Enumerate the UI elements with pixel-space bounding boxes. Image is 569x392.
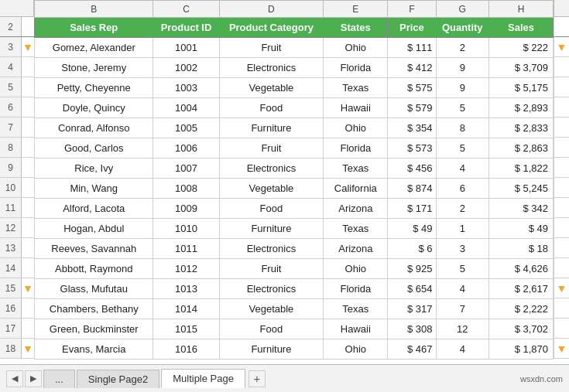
right-col: ▼▼▼ (554, 0, 569, 364)
cell-sales-rep: Petty, Cheyenne (35, 78, 153, 98)
cell-product-id: 1015 (153, 319, 219, 339)
cell-category: Furniture (219, 118, 324, 138)
row-num-14: 14 (0, 258, 22, 278)
table-row: Reeves, Savannah1011ElectronicsArizona$ … (35, 239, 554, 259)
row-num-7: 7 (0, 118, 22, 137)
header-row-left: 2 (0, 17, 34, 37)
cell-quantity: 9 (436, 58, 488, 78)
cell-price: $ 111 (388, 38, 436, 58)
right-row-9 (554, 158, 569, 178)
cell-sales-rep: Conrad, Alfonso (35, 118, 153, 138)
cell-sales: $ 1,870 (488, 339, 553, 360)
table-row: Hogan, Abdul1010FurnitureTexas$ 491$ 49 (35, 219, 554, 239)
row-num-9: 9 (0, 158, 22, 177)
cell-sales-rep: Good, Carlos (35, 138, 153, 159)
cell-product-id: 1009 (153, 199, 219, 219)
add-sheet-button[interactable]: + (249, 370, 266, 387)
cell-category: Furniture (219, 219, 324, 239)
cell-price: $ 579 (388, 98, 436, 118)
row-num-5: 5 (0, 77, 22, 97)
right-rows: ▼▼▼ (554, 37, 569, 359)
col-header-a (0, 0, 34, 17)
next-sheet-btn[interactable]: ▶ (25, 370, 42, 387)
right-row-18: ▼ (554, 339, 569, 359)
cell-state: Hawaii (324, 98, 388, 118)
prev-sheet-btn[interactable]: ◀ (6, 370, 23, 387)
right-col-header (554, 0, 569, 17)
table-row: Chambers, Bethany1014VegetableTexas$ 317… (35, 299, 554, 319)
cell-state: Florida (324, 138, 388, 159)
cell-price: $ 874 (388, 179, 436, 199)
col-g-header: G (436, 1, 488, 18)
cell-sales-rep: Glass, Mufutau (35, 279, 153, 299)
header-sales: Sales (488, 18, 553, 38)
left-arrow-16 (22, 298, 34, 318)
cell-product-id: 1013 (153, 279, 219, 299)
cell-sales: $ 2,617 (488, 279, 553, 299)
watermark: wsxdn.com (520, 374, 563, 383)
left-arrow-3: ▼ (22, 37, 34, 56)
row-num-12: 12 (0, 218, 22, 237)
cell-category: Food (219, 98, 324, 118)
left-arrow-18: ▼ (22, 339, 34, 358)
left-row-16: 16 (0, 298, 34, 319)
right-row-12 (554, 218, 569, 238)
table-row: Good, Carlos1006FruitFlorida$ 5735$ 2,86… (35, 138, 554, 159)
cell-product-id: 1014 (153, 299, 219, 319)
row-num-8: 8 (0, 138, 22, 157)
cell-state: Ohio (324, 339, 388, 360)
cell-product-id: 1004 (153, 98, 219, 118)
cell-product-id: 1012 (153, 259, 219, 279)
table-row: Alford, Lacota1009FoodArizona$ 1712$ 342 (35, 199, 554, 219)
cell-product-id: 1007 (153, 159, 219, 179)
cell-price: $ 171 (388, 199, 436, 219)
sheet-tab-multiple[interactable]: Multiple Page (161, 369, 245, 388)
cell-product-id: 1016 (153, 339, 219, 360)
sheet-tab-single[interactable]: Single Page2 (77, 370, 159, 388)
cell-price: $ 308 (388, 319, 436, 339)
cell-price: $ 925 (388, 259, 436, 279)
cell-sales: $ 4,626 (488, 259, 553, 279)
cell-sales: $ 342 (488, 199, 553, 219)
row-num-4: 4 (0, 57, 22, 77)
cell-quantity: 8 (436, 118, 488, 138)
cell-sales: $ 2,222 (488, 299, 553, 319)
left-row-18: 18▼ (0, 339, 34, 359)
cell-state: Texas (324, 78, 388, 98)
data-header-row: Sales Rep Product ID Product Category St… (35, 18, 554, 38)
cell-state: Ohio (324, 118, 388, 138)
cell-sales: $ 3,709 (488, 58, 553, 78)
cell-sales-rep: Chambers, Bethany (35, 299, 153, 319)
bottom-bar: ◀ ▶ ... Single Page2 Multiple Page + wsx… (0, 364, 569, 392)
left-arrow-4 (22, 57, 34, 77)
cell-sales-rep: Green, Buckminster (35, 319, 153, 339)
left-row-11: 11 (0, 198, 34, 218)
cell-quantity: 4 (436, 159, 488, 179)
left-row-9: 9 (0, 158, 34, 178)
row-num-10: 10 (0, 178, 22, 197)
right-row-4 (554, 57, 569, 77)
table-row: Gomez, Alexander1001FruitOhio$ 1112$ 222 (35, 38, 554, 58)
cell-sales-rep: Evans, Marcia (35, 339, 153, 360)
cell-quantity: 2 (436, 199, 488, 219)
cell-category: Electronics (219, 58, 324, 78)
left-arrow-14 (22, 258, 34, 278)
table-row: Conrad, Alfonso1005FurnitureOhio$ 3548$ … (35, 118, 554, 138)
header-price: Price (388, 18, 436, 38)
col-h-header: H (488, 1, 553, 18)
cell-category: Food (219, 319, 324, 339)
cell-sales: $ 18 (488, 239, 553, 259)
cell-category: Fruit (219, 259, 324, 279)
cell-state: Ohio (324, 259, 388, 279)
col-c-header: C (153, 1, 219, 18)
left-row-12: 12 (0, 218, 34, 238)
sheet-tab-dots[interactable]: ... (43, 370, 75, 388)
cell-sales: $ 2,893 (488, 98, 553, 118)
cell-price: $ 412 (388, 58, 436, 78)
cell-state: Texas (324, 159, 388, 179)
left-arrow-17 (22, 319, 34, 338)
left-arrow-15: ▼ (22, 278, 34, 298)
cell-category: Food (219, 199, 324, 219)
left-arrow-8 (22, 138, 34, 157)
cell-sales: $ 5,245 (488, 179, 553, 199)
